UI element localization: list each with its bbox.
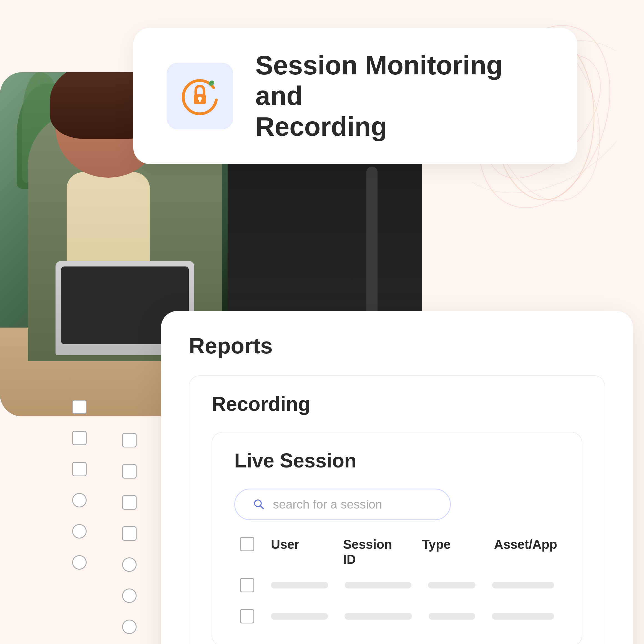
live-session-title: Live Session — [234, 449, 560, 472]
row-bar-sessionid-2 — [344, 613, 412, 620]
radio-1[interactable] — [72, 493, 87, 507]
checkbox-2[interactable] — [72, 431, 87, 445]
row-bar-type-1 — [428, 582, 476, 588]
col-session-id: Session ID — [343, 537, 405, 567]
table-row — [234, 572, 560, 598]
live-session-section: Live Session search for a session User — [212, 432, 582, 644]
recording-section: Recording Live Session search for a sess… — [189, 375, 605, 644]
row-checkbox-2[interactable] — [240, 609, 254, 623]
checkbox-mid-4[interactable] — [122, 526, 137, 541]
search-icon — [252, 497, 266, 512]
radio-mid-3[interactable] — [122, 620, 137, 634]
row-bar-user-2 — [271, 613, 328, 620]
app-logo — [178, 74, 222, 118]
header-checkbox[interactable] — [240, 537, 254, 551]
row-bar-type-2 — [429, 613, 475, 620]
mid-checkbox-column — [122, 433, 137, 634]
title-card: Session Monitoring and Recording — [133, 28, 577, 164]
table-header-row: User Session ID Type Asset/App — [234, 537, 560, 567]
title-text-block: Session Monitoring and Recording — [255, 50, 544, 142]
checkbox-1[interactable] — [72, 400, 87, 414]
col-user: User — [271, 537, 326, 567]
svg-rect-8 — [199, 99, 201, 102]
row-checkbox-1[interactable] — [240, 578, 254, 592]
reports-title: Reports — [189, 333, 605, 359]
row-bar-sessionid-1 — [345, 582, 411, 588]
checkbox-mid-2[interactable] — [122, 464, 137, 479]
col-type: Type — [422, 537, 477, 567]
radio-mid-1[interactable] — [122, 557, 137, 572]
row-bar-asset-1 — [492, 582, 554, 588]
reports-panel: Reports Recording Live Session search fo… — [161, 311, 633, 644]
row-bar-asset-2 — [492, 613, 554, 620]
left-checkbox-column — [72, 400, 87, 570]
checkbox-3[interactable] — [72, 462, 87, 476]
session-search-bar[interactable]: search for a session — [234, 489, 451, 520]
col-asset-app: Asset/App — [494, 537, 554, 567]
recording-section-title: Recording — [212, 393, 582, 415]
radio-2[interactable] — [72, 524, 87, 539]
radio-mid-2[interactable] — [122, 588, 137, 603]
checkbox-mid-1[interactable] — [122, 433, 137, 447]
svg-line-10 — [260, 506, 263, 509]
search-placeholder: search for a session — [273, 497, 382, 511]
logo-container — [167, 63, 233, 129]
table-row — [234, 603, 560, 629]
page-title: Session Monitoring and Recording — [255, 50, 544, 142]
row-bar-user-1 — [271, 582, 328, 588]
radio-3[interactable] — [72, 555, 87, 570]
checkbox-mid-3[interactable] — [122, 495, 137, 510]
